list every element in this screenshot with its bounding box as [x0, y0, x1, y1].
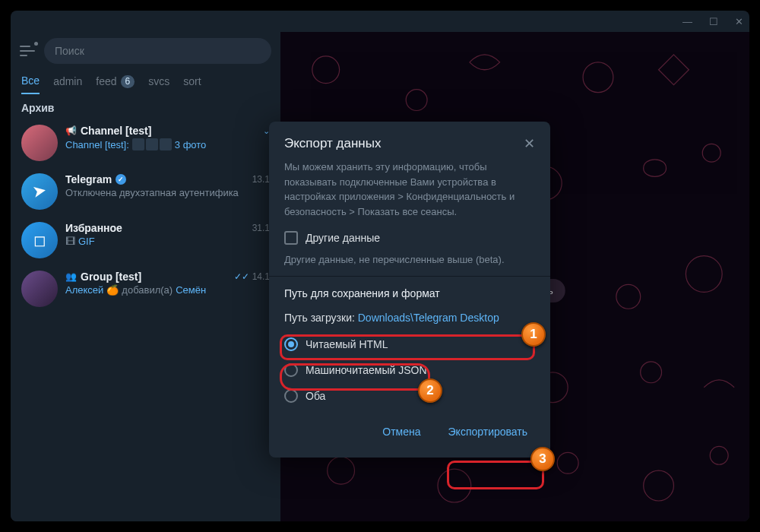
export-data-dialog: Экспорт данных ✕ Мы можем хранить эту ин… — [269, 122, 550, 458]
download-path-row[interactable]: Путь загрузки: Downloads\Telegram Deskto… — [269, 304, 550, 331]
archive-header: Архив — [11, 94, 280, 119]
close-icon[interactable]: ✕ — [524, 135, 535, 152]
avatar — [21, 125, 58, 161]
dialog-title: Экспорт данных — [284, 136, 381, 151]
section-path-format: Путь для сохранения и формат — [269, 276, 550, 304]
radio-html[interactable]: Читаемый HTML — [269, 331, 550, 357]
chat-item[interactable]: 📢Channel [test] ⌄ Channel [test]: 3 фото — [11, 119, 280, 167]
svg-point-15 — [438, 469, 471, 502]
window-close[interactable]: ✕ — [735, 16, 743, 27]
checkbox-icon — [284, 231, 298, 245]
avatar: ➤ — [21, 173, 58, 210]
radio-both[interactable]: Оба — [269, 383, 550, 409]
radio-json[interactable]: Машиночитаемый JSON — [269, 357, 550, 383]
telegram-icon: ➤ — [31, 181, 48, 203]
chat-item[interactable]: ◻ Избранное 31.1 🎞GIF — [11, 216, 280, 264]
svg-point-1 — [406, 90, 427, 111]
svg-point-13 — [641, 362, 662, 383]
tab-all[interactable]: Все — [21, 74, 40, 94]
radio-icon — [284, 337, 298, 351]
tab-feed[interactable]: feed 6 — [96, 74, 135, 94]
avatar — [21, 271, 58, 307]
svg-point-5 — [702, 144, 720, 162]
folder-tabs: Все admin feed 6 svcs sort — [11, 67, 280, 94]
export-button[interactable]: Экспортировать — [438, 420, 538, 444]
cancel-button[interactable]: Отмена — [372, 420, 431, 444]
search-placeholder: Поиск — [55, 45, 84, 57]
other-data-checkbox-row[interactable]: Другие данные — [269, 228, 550, 249]
svg-point-18 — [710, 446, 728, 464]
radio-icon — [284, 389, 298, 403]
chat-item[interactable]: 👥Group [test] ✓✓14.1 Алексей 🍊 добавил(а… — [11, 264, 280, 313]
tab-feed-badge: 6 — [121, 75, 135, 88]
svg-point-14 — [328, 457, 355, 484]
window-maximize[interactable]: ☐ — [709, 16, 718, 27]
tab-admin[interactable]: admin — [53, 74, 82, 94]
other-data-subtext: Другие данные, не перечисленные выше (be… — [269, 249, 550, 276]
photo-thumbnails — [132, 138, 172, 150]
search-input[interactable]: Поиск — [44, 38, 271, 64]
avatar: ◻ — [21, 222, 58, 258]
dialog-description: Мы можем хранить эту информацию, чтобы п… — [269, 160, 550, 228]
main-menu-icon[interactable] — [20, 43, 36, 59]
window-minimize[interactable]: — — [682, 16, 692, 27]
channel-icon: 📢 — [65, 125, 77, 136]
svg-point-0 — [312, 56, 340, 84]
svg-point-9 — [616, 284, 641, 309]
tab-sort[interactable]: sort — [183, 74, 201, 94]
download-path-value: Downloads\Telegram Desktop — [358, 312, 499, 324]
svg-point-2 — [583, 62, 613, 93]
radio-icon — [284, 363, 298, 377]
verified-icon: ✓ — [116, 174, 126, 185]
group-icon: 👥 — [65, 271, 77, 282]
svg-point-10 — [686, 256, 722, 293]
gif-icon: 🎞 — [65, 236, 75, 247]
chat-item[interactable]: ➤ Telegram✓ 13.1 Отключена двухэтапная а… — [11, 167, 280, 216]
read-checks-icon: ✓✓ — [234, 271, 249, 282]
bookmark-icon: ◻ — [33, 231, 46, 249]
svg-point-17 — [644, 470, 674, 501]
tab-svcs[interactable]: svcs — [148, 74, 169, 94]
svg-point-16 — [557, 452, 578, 473]
